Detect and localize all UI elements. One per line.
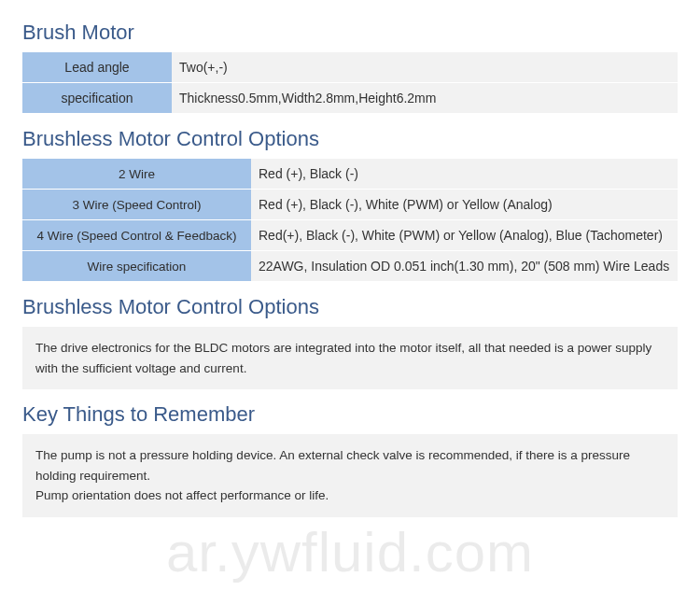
row-value: Thickness0.5mm,Width2.8mm,Height6.2mm: [172, 83, 678, 114]
key-things-line: The pump is not a pressure holding devic…: [35, 445, 665, 485]
row-label: Lead angle: [22, 52, 172, 83]
table-row: 3 Wire (Speed Control) Red (+), Black (-…: [22, 190, 678, 220]
key-things-text: The pump is not a pressure holding devic…: [22, 434, 678, 517]
watermark: ar.ywfluid.com: [166, 520, 534, 584]
table-row: 2 Wire Red (+), Black (-): [22, 159, 678, 190]
row-label: 4 Wire (Speed Control & Feedback): [22, 220, 251, 251]
brush-motor-title: Brush Motor: [22, 21, 678, 45]
brush-motor-table: Lead angle Two(+,-) specification Thickn…: [22, 52, 678, 114]
brushless-options-title: Brushless Motor Control Options: [22, 127, 678, 151]
row-value: Red (+), Black (-): [251, 159, 678, 190]
row-value: Two(+,-): [172, 52, 678, 83]
row-value: Red(+), Black (-), White (PWM) or Yellow…: [251, 220, 678, 251]
table-row: Lead angle Two(+,-): [22, 52, 678, 83]
row-label: 3 Wire (Speed Control): [22, 190, 251, 220]
row-label: 2 Wire: [22, 159, 251, 190]
brushless-options-table: 2 Wire Red (+), Black (-) 3 Wire (Speed …: [22, 159, 678, 282]
brushless-desc-title: Brushless Motor Control Options: [22, 295, 678, 319]
key-things-line: Pump orientation does not affect perform…: [35, 485, 665, 506]
table-row: Wire specification 22AWG, Insulation OD …: [22, 251, 678, 282]
brushless-desc-text: The drive electronics for the BLDC motor…: [22, 327, 678, 389]
row-value: Red (+), Black (-), White (PWM) or Yello…: [251, 190, 678, 220]
table-row: specification Thickness0.5mm,Width2.8mm,…: [22, 83, 678, 114]
row-label: Wire specification: [22, 251, 251, 282]
row-value: 22AWG, Insulation OD 0.051 inch(1.30 mm)…: [251, 251, 678, 282]
table-row: 4 Wire (Speed Control & Feedback) Red(+)…: [22, 220, 678, 251]
key-things-title: Key Things to Remember: [22, 402, 678, 427]
row-label: specification: [22, 83, 172, 114]
